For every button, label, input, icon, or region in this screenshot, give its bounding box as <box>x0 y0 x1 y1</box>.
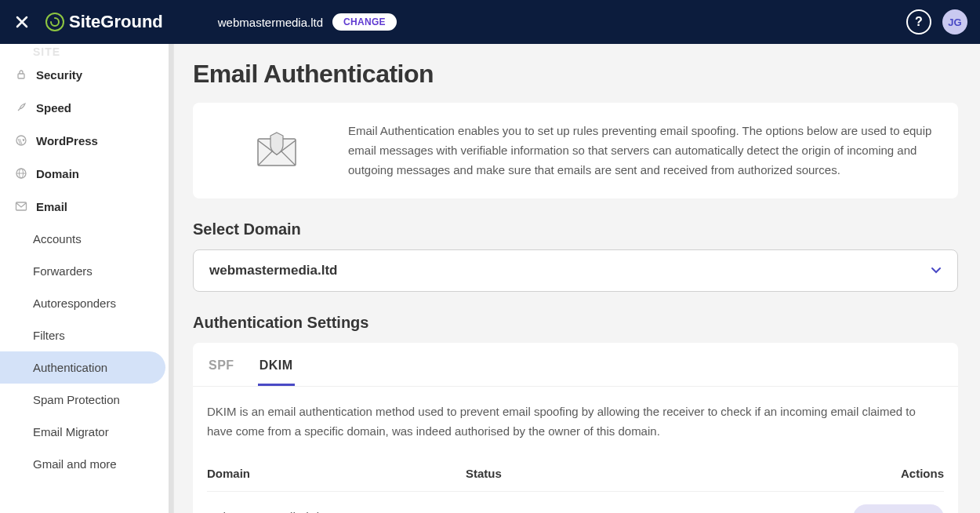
page-title: Email Authentication <box>193 60 958 89</box>
lock-icon <box>14 67 28 82</box>
intro-text: Email Authentication enables you to set … <box>348 122 936 180</box>
sidebar-sub-gmail-and-more[interactable]: Gmail and more <box>0 448 173 480</box>
header-actions: Actions <box>826 467 944 480</box>
select-domain-title: Select Domain <box>193 220 958 238</box>
sidebar-item-label: Email <box>36 200 67 213</box>
avatar[interactable]: JG <box>942 9 967 35</box>
help-icon[interactable]: ? <box>906 9 931 35</box>
intro-card: Email Authentication enables you to set … <box>193 103 958 198</box>
sidebar-sub-authentication[interactable]: Authentication <box>0 351 165 384</box>
rocket-icon <box>14 100 28 115</box>
table-row: webmastermedia.ltd ACTIVE DEACTIVATE <box>207 491 944 513</box>
mail-icon <box>14 199 28 213</box>
sidebar-sub-forwarders[interactable]: Forwarders <box>0 255 173 287</box>
sidebar-item-label: Domain <box>36 167 79 180</box>
tabs: SPF DKIM <box>193 343 958 387</box>
sidebar-item-wordpress[interactable]: WordPress <box>0 124 173 157</box>
brand-logo[interactable]: SiteGround <box>45 12 163 32</box>
svg-point-1 <box>16 136 26 145</box>
chevron-down-icon <box>931 264 942 278</box>
sidebar-sub-autoresponders[interactable]: Autoresponders <box>0 287 173 319</box>
header-status: Status <box>466 467 826 480</box>
topbar: SiteGround webmastermedia.ltd CHANGE ? J… <box>0 0 980 44</box>
deactivate-button[interactable]: DEACTIVATE <box>853 504 944 513</box>
sidebar-item-label: WordPress <box>36 134 98 147</box>
main-content: Email Authentication Email Authenticatio… <box>174 44 980 513</box>
header-domain: webmastermedia.ltd <box>218 16 323 29</box>
sidebar-sub-email-migrator[interactable]: Email Migrator <box>0 416 173 448</box>
header-domain: Domain <box>207 467 466 480</box>
auth-settings-title: Authentication Settings <box>193 314 958 332</box>
close-icon[interactable] <box>13 13 31 31</box>
sidebar-sub-filters[interactable]: Filters <box>0 319 173 351</box>
envelope-shield-icon <box>249 127 304 174</box>
sidebar-item-speed[interactable]: Speed <box>0 91 173 124</box>
tab-spf[interactable]: SPF <box>207 354 236 386</box>
sidebar-item-security[interactable]: Security <box>0 58 173 91</box>
svg-rect-0 <box>18 74 24 78</box>
dkim-description: DKIM is an email authentication method u… <box>193 387 958 449</box>
sidebar-item-label: Security <box>36 68 82 82</box>
selected-domain-value: webmastermedia.ltd <box>209 263 337 278</box>
globe-icon <box>14 166 28 180</box>
brand-text: SiteGround <box>69 12 163 32</box>
wordpress-icon <box>14 133 28 147</box>
table-header: Domain Status Actions <box>207 456 944 491</box>
sidebar-sub-accounts[interactable]: Accounts <box>0 223 173 255</box>
tab-dkim[interactable]: DKIM <box>258 354 295 386</box>
sidebar-item-cut: SITE <box>0 44 173 58</box>
auth-card: SPF DKIM DKIM is an email authentication… <box>193 343 958 513</box>
sidebar-sub-spam-protection[interactable]: Spam Protection <box>0 384 173 416</box>
dkim-table: Domain Status Actions webmastermedia.ltd… <box>193 449 958 513</box>
sidebar-item-domain[interactable]: Domain <box>0 157 173 190</box>
sidebar: SITE Security Speed WordPress Domain Ema… <box>0 44 174 513</box>
sidebar-item-email[interactable]: Email <box>0 190 173 223</box>
domain-select[interactable]: webmastermedia.ltd <box>193 249 958 292</box>
swirl-icon <box>45 13 64 31</box>
sidebar-item-label: Speed <box>36 101 71 115</box>
change-button[interactable]: CHANGE <box>332 13 397 31</box>
